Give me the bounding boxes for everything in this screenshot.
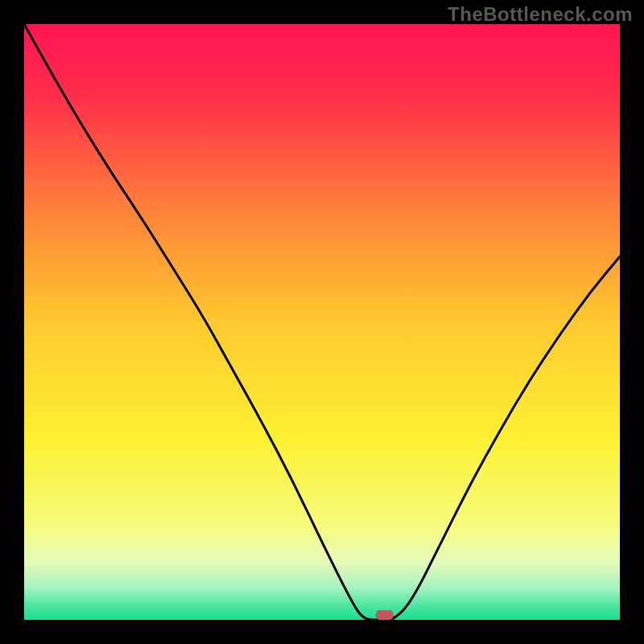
plot-area (24, 24, 620, 620)
chart-svg (24, 24, 620, 620)
optimal-marker (376, 610, 394, 620)
watermark-text: TheBottleneck.com (448, 3, 633, 26)
chart-frame: TheBottleneck.com (0, 0, 644, 644)
gradient-background (24, 24, 620, 620)
